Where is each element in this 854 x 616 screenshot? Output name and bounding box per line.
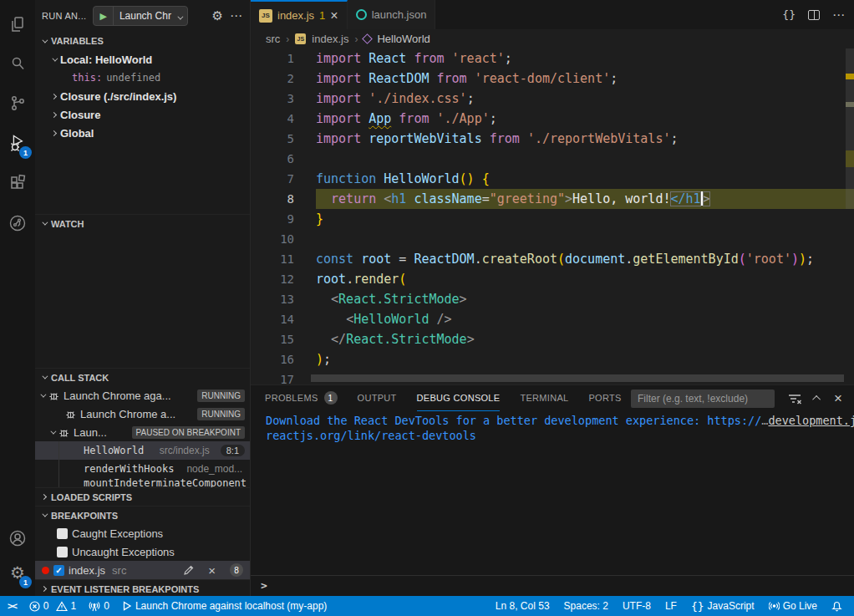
breakpoint-checkbox[interactable] — [57, 547, 68, 557]
code-text[interactable]: ); — [316, 349, 854, 369]
tab-index-js[interactable]: JS index.js 1 × — [251, 0, 348, 29]
code-text[interactable]: import reportWebVitals from './reportWeb… — [316, 129, 854, 149]
line-number[interactable]: 4 — [251, 109, 294, 129]
explorer-icon[interactable] — [0, 5, 35, 43]
line-number[interactable]: 16 — [251, 349, 294, 369]
code-text[interactable]: import React from 'react'; — [316, 48, 854, 69]
loaded-scripts-header[interactable]: LOADED SCRIPTS — [35, 487, 250, 506]
watch-header[interactable]: WATCH — [35, 214, 250, 232]
code-line-14[interactable]: 14 <HelloWorld /> — [251, 309, 854, 329]
launch-config-label[interactable]: Launch Chr — [114, 10, 175, 22]
code-line-5[interactable]: 5import reportWebVitals from './reportWe… — [251, 129, 854, 149]
breakpoint-checkbox[interactable] — [57, 528, 68, 539]
call-stack-row[interactable]: renderWithHooksnode_mod... — [35, 460, 250, 478]
breadcrumb-symbol[interactable]: HelloWorld — [377, 33, 430, 45]
code-text[interactable]: import App from './App'; — [316, 109, 854, 129]
line-number[interactable]: 7 — [251, 169, 294, 189]
eol-status[interactable]: LF — [665, 600, 677, 612]
code-text[interactable]: </React.StrictMode> — [316, 329, 854, 349]
line-number[interactable]: 9 — [251, 209, 294, 229]
code-line-10[interactable]: 10 — [251, 229, 854, 249]
breakpoint-row[interactable]: ✓index.jssrc×8 — [35, 561, 250, 579]
code-line-13[interactable]: 13 <React.StrictMode> — [251, 289, 854, 309]
line-number[interactable]: 5 — [251, 129, 294, 149]
code-line-4[interactable]: 4import App from './App'; — [251, 109, 854, 129]
variables-row[interactable]: Global — [35, 124, 250, 142]
line-number[interactable]: 15 — [251, 329, 294, 349]
code-line-3[interactable]: 3import './index.css'; — [251, 89, 854, 109]
edit-pencil-icon[interactable] — [183, 565, 194, 576]
remote-indicator[interactable]: >< — [8, 601, 17, 611]
debug-settings-gear-icon[interactable]: ⚙ — [212, 8, 223, 23]
format-braces-icon[interactable]: {} — [782, 8, 796, 21]
code-line-8[interactable]: 8 return <h1 className="greeting">Hello,… — [251, 189, 854, 209]
language-mode-status[interactable]: {} JavaScript — [691, 600, 755, 613]
overview-ruler[interactable] — [846, 48, 854, 384]
call-stack-header[interactable]: CALL STACK — [35, 368, 250, 386]
line-number[interactable]: 10 — [251, 229, 294, 249]
breadcrumb-src[interactable]: src — [266, 33, 280, 45]
variables-header[interactable]: VARIABLES — [35, 32, 250, 50]
clear-filter-icon[interactable] — [788, 393, 801, 405]
tab-problems[interactable]: PROBLEMS 1 — [265, 385, 338, 411]
code-text[interactable]: const root = ReactDOM.createRoot(documen… — [316, 249, 854, 269]
code-line-9[interactable]: 9} — [251, 209, 854, 229]
code-editor[interactable]: 1import React from 'react';2import React… — [251, 48, 854, 384]
breadcrumb-file[interactable]: index.js — [312, 33, 348, 45]
variables-row[interactable]: Closure — [35, 105, 250, 124]
event-listener-breakpoints-header[interactable]: EVENT LISTENER BREAKPOINTS — [35, 579, 250, 596]
close-tab-icon[interactable]: × — [330, 9, 338, 23]
code-text[interactable]: function HelloWorld() { — [316, 169, 854, 189]
tab-output[interactable]: OUTPUT — [358, 385, 397, 411]
breakpoint-row[interactable]: Uncaught Exceptions — [35, 542, 250, 561]
start-debug-icon[interactable]: ▶ — [94, 7, 113, 25]
variables-row[interactable]: this:undefined — [35, 69, 250, 87]
call-stack-row[interactable]: Laun...PAUSED ON BREAKPOINT — [35, 423, 250, 441]
ports-status[interactable]: 0 — [89, 600, 109, 612]
extensions-icon[interactable] — [0, 164, 35, 202]
editor-more-actions-icon[interactable]: ⋯ — [832, 8, 846, 23]
breakpoint-checkbox[interactable]: ✓ — [53, 565, 64, 576]
code-text[interactable]: return <h1 className="greeting">Hello, w… — [316, 189, 854, 209]
line-number[interactable]: 1 — [251, 48, 294, 69]
code-line-15[interactable]: 15 </React.StrictMode> — [251, 329, 854, 349]
cursor-position-status[interactable]: Ln 8, Col 53 — [496, 600, 550, 612]
console-filter-input[interactable] — [631, 389, 775, 408]
split-editor-icon[interactable] — [808, 10, 820, 20]
tab-launch-json[interactable]: launch.json — [348, 0, 436, 29]
code-text[interactable] — [316, 149, 854, 169]
maximize-panel-icon[interactable] — [812, 395, 821, 404]
indentation-status[interactable]: Spaces: 2 — [564, 600, 608, 612]
code-line-2[interactable]: 2import ReactDOM from 'react-dom/client'… — [251, 69, 854, 89]
line-number[interactable]: 8 — [251, 189, 294, 209]
line-number[interactable]: 6 — [251, 149, 294, 169]
remove-breakpoint-icon[interactable]: × — [208, 563, 216, 578]
code-text[interactable]: import './index.css'; — [316, 89, 854, 109]
code-line-7[interactable]: 7function HelloWorld() { — [251, 169, 854, 189]
debug-session-status[interactable]: Launch Chrome against localhost (my-app) — [122, 600, 327, 612]
code-text[interactable] — [316, 229, 854, 249]
code-text[interactable]: import ReactDOM from 'react-dom/client'; — [316, 69, 854, 89]
call-stack-row[interactable]: mountIndeterminateComponent — [35, 478, 250, 487]
code-line-6[interactable]: 6 — [251, 149, 854, 169]
breakpoint-row[interactable]: Caught Exceptions — [35, 524, 250, 542]
code-text[interactable]: } — [316, 209, 854, 229]
tab-terminal[interactable]: TERMINAL — [520, 385, 568, 411]
line-number[interactable]: 12 — [251, 269, 294, 289]
line-number[interactable]: 17 — [251, 369, 294, 384]
remote-explorer-icon[interactable] — [0, 204, 35, 242]
tab-debug-console[interactable]: DEBUG CONSOLE — [417, 385, 501, 411]
code-line-16[interactable]: 16); — [251, 349, 854, 369]
encoding-status[interactable]: UTF-8 — [623, 600, 651, 612]
call-stack-row[interactable]: Launch Chrome a...RUNNING — [35, 405, 250, 423]
source-control-icon[interactable] — [0, 84, 35, 122]
code-line-12[interactable]: 12root.render( — [251, 269, 854, 289]
breakpoints-header[interactable]: BREAKPOINTS — [35, 506, 250, 524]
sidebar-more-actions-icon[interactable]: ⋯ — [230, 8, 243, 23]
search-icon[interactable] — [0, 44, 35, 83]
code-line-11[interactable]: 11const root = ReactDOM.createRoot(docum… — [251, 249, 854, 269]
call-stack-row[interactable]: Launch Chrome aga...RUNNING — [35, 386, 250, 405]
code-text[interactable]: <HelloWorld /> — [316, 309, 854, 329]
settings-gear-icon[interactable]: ⚙ 1 — [0, 553, 35, 592]
accounts-icon[interactable] — [0, 519, 35, 557]
